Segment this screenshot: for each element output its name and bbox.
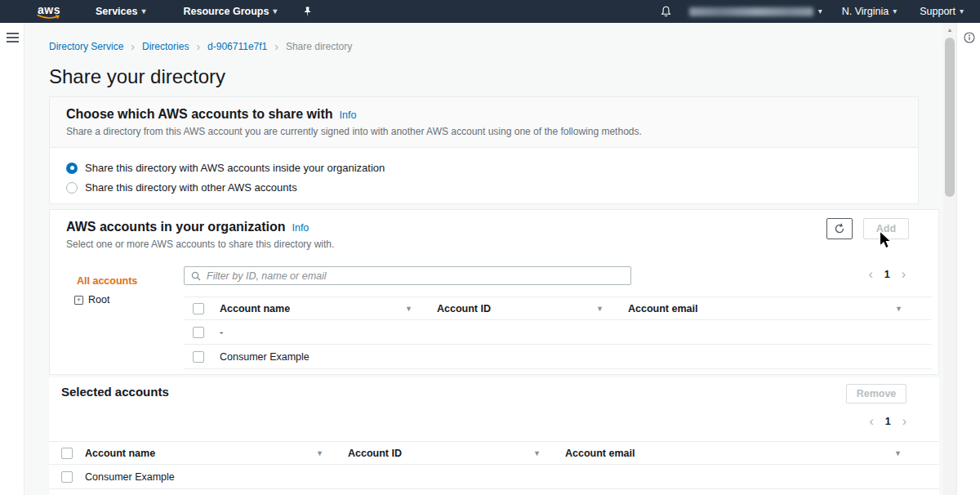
page-title: Share your directory	[49, 65, 225, 88]
org-accounts-description: Select one or more AWS accounts to share…	[66, 239, 922, 250]
breadcrumb-separator-icon: ›	[274, 41, 278, 52]
nav-services[interactable]: Services ▾	[96, 6, 145, 17]
select-all-checkbox[interactable]	[193, 303, 204, 314]
select-all-checkbox[interactable]	[61, 448, 73, 459]
hamburger-menu-icon[interactable]	[7, 33, 19, 45]
nav-support-label: Support	[920, 6, 956, 17]
search-icon	[191, 271, 201, 281]
breadcrumb-directory-id[interactable]: d-906711e7f1	[207, 41, 267, 52]
org-accounts-header: AWS accounts in your organization Info S…	[50, 210, 938, 249]
left-rail	[0, 23, 24, 495]
current-page-number[interactable]: 1	[885, 416, 891, 427]
breadcrumb-directory-service[interactable]: Directory Service	[49, 41, 123, 52]
sort-arrow-icon[interactable]: ▼	[533, 449, 541, 457]
account-filter	[184, 266, 631, 285]
cell-account-name: Consumer Example	[85, 471, 348, 483]
accounts-tree: All accounts + Root	[77, 275, 137, 305]
column-header-account-email[interactable]: Account email ▼	[628, 303, 932, 314]
sort-arrow-icon[interactable]: ▼	[894, 449, 902, 457]
expand-plus-icon[interactable]: +	[74, 296, 83, 305]
radio-option-other-accounts[interactable]: Share this directory with other AWS acco…	[66, 181, 902, 194]
remove-button[interactable]: Remove	[846, 384, 906, 404]
scrollbar-thumb[interactable]	[945, 38, 955, 197]
choose-share-method-header: Choose which AWS accounts to share with …	[50, 97, 918, 148]
aws-logo[interactable]: aws	[37, 4, 61, 20]
info-panel-icon[interactable]	[964, 32, 975, 47]
radio-option-inside-organization[interactable]: Share this directory with AWS accounts i…	[66, 162, 902, 174]
sort-arrow-icon[interactable]: ▼	[316, 449, 323, 457]
scroll-up-icon[interactable]: ▲	[943, 27, 956, 33]
column-header-account-name[interactable]: Account name ▼	[85, 448, 348, 459]
choose-share-method-card: Choose which AWS accounts to share with …	[49, 96, 919, 204]
choose-share-method-description: Share a directory from this AWS account …	[66, 126, 902, 137]
notifications-bell-icon[interactable]	[661, 6, 671, 18]
top-navigation-bar: aws Services ▾ Resource Groups ▾ ▾ N. Vi…	[0, 0, 980, 23]
choose-share-method-body: Share this directory with AWS accounts i…	[50, 148, 918, 215]
table-header-row: Account name ▼ Account ID ▼ Account emai…	[49, 441, 939, 464]
radio-unselected-icon	[66, 182, 78, 194]
main-content: Directory Service › Directories › d-9067…	[24, 23, 943, 495]
choose-share-method-title: Choose which AWS accounts to share with	[66, 107, 333, 122]
account-menu[interactable]: ▾	[689, 7, 822, 16]
page-next-icon[interactable]: ›	[902, 415, 906, 428]
column-header-account-email[interactable]: Account email ▼	[565, 448, 939, 459]
column-header-account-name[interactable]: Account name ▼	[220, 303, 437, 314]
info-link[interactable]: Info	[292, 222, 309, 234]
selected-accounts-section: Selected accounts Remove ‹ 1 › Account n…	[49, 377, 939, 495]
page-next-icon[interactable]: ›	[902, 268, 906, 281]
column-label: Account email	[565, 448, 635, 459]
nav-region-label: N. Virginia	[842, 6, 889, 17]
column-header-account-id[interactable]: Account ID ▼	[348, 448, 565, 459]
breadcrumb-separator-icon: ›	[196, 41, 200, 52]
row-checkbox[interactable]	[61, 471, 73, 483]
column-label: Account ID	[437, 303, 491, 314]
nav-support-menu[interactable]: Support ▾	[920, 6, 964, 17]
nav-region-selector[interactable]: N. Virginia ▾	[842, 6, 897, 17]
org-accounts-card: AWS accounts in your organization Info S…	[49, 209, 939, 375]
table-row: Consumer Example	[184, 344, 932, 368]
breadcrumb-directories[interactable]: Directories	[142, 41, 189, 52]
aws-smile-icon	[37, 14, 61, 20]
selected-accounts-title: Selected accounts	[61, 385, 169, 399]
selected-table-pagination: ‹ 1 ›	[869, 415, 906, 428]
chevron-down-icon: ▾	[960, 7, 964, 16]
radio-option-label: Share this directory with AWS accounts i…	[85, 162, 385, 174]
breadcrumb-separator-icon: ›	[131, 41, 135, 52]
cell-account-name: Consumer Example	[220, 351, 437, 363]
info-link[interactable]: Info	[340, 109, 357, 121]
column-label: Account name	[85, 448, 155, 459]
chevron-down-icon: ▾	[818, 7, 822, 16]
vertical-scrollbar: ▲	[943, 23, 956, 495]
selected-accounts-table: Account name ▼ Account ID ▼ Account emai…	[49, 441, 939, 489]
pushpin-icon[interactable]	[303, 7, 312, 17]
sort-arrow-icon[interactable]: ▼	[895, 305, 902, 313]
column-header-account-id[interactable]: Account ID ▼	[437, 303, 628, 314]
table-row: Consumer Example	[49, 464, 939, 488]
refresh-icon	[834, 223, 845, 234]
chevron-down-icon: ▾	[141, 7, 145, 16]
row-checkbox[interactable]	[193, 327, 204, 338]
radio-selected-icon	[66, 163, 78, 174]
page-previous-icon[interactable]: ‹	[869, 415, 873, 428]
refresh-button[interactable]	[826, 218, 853, 239]
tree-item-root[interactable]: + Root	[74, 294, 137, 305]
nav-services-label: Services	[96, 6, 137, 17]
redacted-username	[689, 7, 813, 16]
column-label: Account name	[220, 303, 290, 314]
nav-resource-groups-label: Resource Groups	[183, 6, 269, 17]
sort-arrow-icon[interactable]: ▼	[596, 305, 604, 313]
row-checkbox[interactable]	[193, 351, 204, 363]
table-row: -	[184, 319, 932, 344]
help-panel-rail	[956, 23, 980, 495]
mouse-cursor	[879, 230, 893, 252]
page-previous-icon[interactable]: ‹	[868, 268, 872, 281]
column-label: Account email	[628, 303, 697, 314]
current-page-number[interactable]: 1	[884, 269, 890, 280]
org-accounts-table: Account name ▼ Account ID ▼ Account emai…	[184, 297, 932, 369]
nav-resource-groups[interactable]: Resource Groups ▾	[183, 6, 277, 17]
account-filter-input[interactable]	[207, 270, 624, 282]
radio-option-label: Share this directory with other AWS acco…	[85, 181, 297, 194]
sort-arrow-icon[interactable]: ▼	[405, 305, 412, 313]
chevron-down-icon: ▾	[273, 7, 277, 16]
tree-item-all-accounts[interactable]: All accounts	[77, 275, 137, 287]
